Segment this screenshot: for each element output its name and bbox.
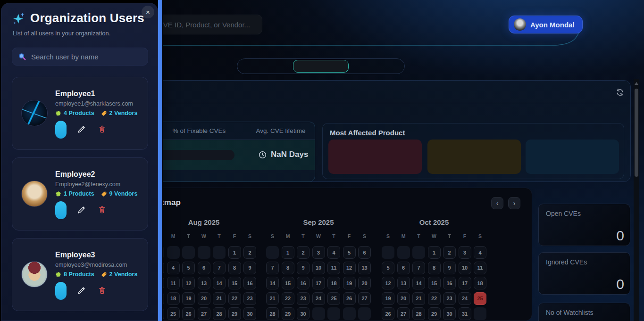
heatmap-day-cell[interactable]: 19 <box>182 292 195 305</box>
heatmap-day-cell[interactable]: 6 <box>198 262 210 274</box>
drawer-resize-rail[interactable] <box>158 0 162 321</box>
heatmap-day-cell[interactable]: 21 <box>412 292 425 305</box>
heatmap-day-cell[interactable]: 28 <box>213 307 226 320</box>
heatmap-day-cell[interactable]: 4 <box>167 262 180 274</box>
heatmap-day-cell[interactable]: 28 <box>412 307 425 320</box>
heatmap-day-cell[interactable]: 22 <box>282 292 294 305</box>
heatmap-day-cell[interactable]: 8 <box>228 262 241 274</box>
heatmap-day-cell[interactable]: 2 <box>443 246 456 259</box>
tab[interactable] <box>293 60 348 73</box>
heatmap-day-cell[interactable]: 21 <box>266 292 279 305</box>
heatmap-day-cell[interactable]: 9 <box>297 262 309 274</box>
heatmap-day-cell[interactable]: 10 <box>312 262 325 274</box>
tab[interactable] <box>349 60 403 73</box>
heatmap-day-cell[interactable]: 11 <box>474 262 486 274</box>
heatmap-day-cell[interactable]: 24 <box>459 292 471 305</box>
scroll-up-arrow[interactable] <box>635 82 638 85</box>
user-card[interactable]: Employee3 employee3@modirosa.com 8 Produ… <box>12 238 148 311</box>
tab[interactable] <box>239 60 293 73</box>
heatmap-day-cell[interactable]: 18 <box>167 292 180 305</box>
role-pill[interactable] <box>55 121 67 139</box>
heatmap-day-cell[interactable]: 18 <box>327 277 340 289</box>
heatmap-day-cell[interactable]: 23 <box>243 292 256 305</box>
heatmap-day-cell[interactable]: 1 <box>228 246 241 259</box>
heatmap-day-cell[interactable]: 28 <box>266 307 279 320</box>
user-card[interactable]: Employee1 employee1@sharklasers.com 4 Pr… <box>12 77 148 150</box>
heatmap-day-cell[interactable]: 19 <box>382 292 394 305</box>
vertical-scrollbar[interactable] <box>634 79 639 321</box>
heatmap-day-cell[interactable]: 11 <box>167 277 180 289</box>
delete-trash-icon[interactable] <box>98 124 108 135</box>
heatmap-day-cell[interactable]: 14 <box>266 277 279 289</box>
heatmap-day-cell[interactable]: 13 <box>198 277 210 289</box>
heatmap-day-cell[interactable]: 18 <box>474 277 486 289</box>
heatmap-day-cell[interactable]: 26 <box>343 292 356 305</box>
heatmap-day-cell[interactable]: 3 <box>459 246 471 259</box>
heatmap-day-cell[interactable]: 25 <box>474 292 486 305</box>
refresh-icon[interactable] <box>615 88 625 97</box>
heatmap-day-cell[interactable]: 27 <box>397 307 410 320</box>
heatmap-day-cell[interactable]: 20 <box>358 277 371 289</box>
heatmap-day-cell[interactable]: 16 <box>243 277 256 289</box>
heatmap-day-cell[interactable]: 4 <box>327 246 340 259</box>
heatmap-day-cell[interactable]: 30 <box>443 307 456 320</box>
user-card[interactable]: Employee2 Employee2@fenexy.com 1 Product… <box>12 157 148 230</box>
heatmap-day-cell[interactable]: 29 <box>228 307 241 320</box>
edit-pencil-icon[interactable] <box>77 205 87 215</box>
heatmap-day-cell[interactable]: 6 <box>358 246 371 259</box>
heatmap-day-cell[interactable]: 15 <box>228 277 241 289</box>
heatmap-day-cell[interactable]: 31 <box>459 307 471 320</box>
heatmap-day-cell[interactable]: 6 <box>397 262 410 274</box>
heatmap-day-cell[interactable]: 27 <box>198 307 210 320</box>
heatmap-day-cell[interactable]: 12 <box>343 262 356 274</box>
heatmap-day-cell[interactable]: 13 <box>397 277 410 289</box>
heatmap-day-cell[interactable]: 9 <box>443 262 456 274</box>
heatmap-day-cell[interactable]: 21 <box>213 292 226 305</box>
edit-pencil-icon[interactable] <box>77 124 87 135</box>
heatmap-day-cell[interactable]: 8 <box>282 262 294 274</box>
heatmap-day-cell[interactable]: 23 <box>297 292 309 305</box>
heatmap-day-cell[interactable]: 26 <box>382 307 394 320</box>
heatmap-day-cell[interactable]: 29 <box>282 307 294 320</box>
scrollbar-thumb[interactable] <box>635 89 638 177</box>
heatmap-day-cell[interactable]: 20 <box>397 292 410 305</box>
heatmap-day-cell[interactable]: 1 <box>282 246 294 259</box>
heatmap-day-cell[interactable]: 29 <box>428 307 441 320</box>
heatmap-day-cell[interactable]: 16 <box>443 277 456 289</box>
heatmap-day-cell[interactable]: 27 <box>358 292 371 305</box>
heatmap-day-cell[interactable]: 22 <box>228 292 241 305</box>
delete-trash-icon[interactable] <box>98 205 108 215</box>
heatmap-day-cell[interactable]: 7 <box>213 262 226 274</box>
heatmap-day-cell[interactable]: 26 <box>182 307 195 320</box>
heatmap-day-cell[interactable]: 4 <box>474 246 486 259</box>
heatmap-day-cell[interactable]: 15 <box>282 277 294 289</box>
heatmap-day-cell[interactable]: 25 <box>327 292 340 305</box>
heatmap-day-cell[interactable]: 7 <box>266 262 279 274</box>
role-pill[interactable] <box>55 201 67 219</box>
delete-trash-icon[interactable] <box>98 286 108 296</box>
heatmap-day-cell[interactable]: 2 <box>297 246 309 259</box>
heatmap-day-cell[interactable]: 17 <box>312 277 325 289</box>
user-search-input[interactable] <box>12 48 148 66</box>
heatmap-next-button[interactable]: › <box>508 197 520 209</box>
heatmap-day-cell[interactable]: 5 <box>343 246 356 259</box>
heatmap-day-cell[interactable]: 12 <box>382 277 394 289</box>
heatmap-day-cell[interactable]: 20 <box>198 292 210 305</box>
heatmap-day-cell[interactable]: 24 <box>312 292 325 305</box>
role-pill[interactable] <box>55 282 67 300</box>
heatmap-day-cell[interactable]: 11 <box>327 262 340 274</box>
heatmap-day-cell[interactable]: 8 <box>428 262 441 274</box>
heatmap-prev-button[interactable]: ‹ <box>491 197 503 209</box>
heatmap-day-cell[interactable]: 3 <box>312 246 325 259</box>
heatmap-day-cell[interactable]: 16 <box>297 277 309 289</box>
heatmap-day-cell[interactable]: 7 <box>412 262 425 274</box>
heatmap-day-cell[interactable]: 15 <box>428 277 441 289</box>
heatmap-day-cell[interactable]: 10 <box>459 262 471 274</box>
heatmap-day-cell[interactable]: 14 <box>412 277 425 289</box>
heatmap-day-cell[interactable]: 23 <box>443 292 456 305</box>
user-menu-button[interactable]: Ayon Mondal <box>509 16 583 33</box>
heatmap-day-cell[interactable]: 22 <box>428 292 441 305</box>
edit-pencil-icon[interactable] <box>77 286 87 296</box>
heatmap-day-cell[interactable]: 1 <box>428 246 441 259</box>
heatmap-day-cell[interactable]: 13 <box>358 262 371 274</box>
